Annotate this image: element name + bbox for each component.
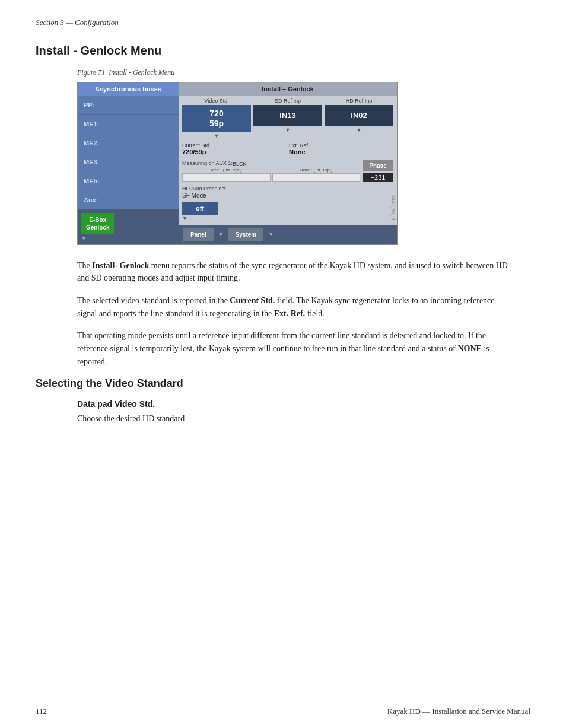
bus-row-meh: MEh: xyxy=(78,171,179,190)
video-std-cell: Video Std. 72059p ▼ xyxy=(182,98,251,139)
nav-arrow-1: ▼ xyxy=(81,236,87,241)
breadcrumb: Section 3 — Configuration xyxy=(36,18,530,27)
async-buses-header: Asynchronous buses xyxy=(78,82,179,96)
hd-ref-inp-cell: HD Ref Inp IN02 ▼ xyxy=(325,98,393,139)
current-std-cell: Current Std. 720/59p xyxy=(182,142,287,155)
bus-label-meh: MEh: xyxy=(84,177,100,185)
bus-label-me3: ME3: xyxy=(84,158,99,166)
page-number: 112 xyxy=(36,707,47,716)
paragraph-3: That operating mode persists until a ref… xyxy=(77,329,513,368)
data-pad-heading: Data pad Video Std. xyxy=(77,399,530,409)
phase-button[interactable]: Phase xyxy=(363,160,393,171)
measuring-header: Measuring on AUX 1: xyxy=(182,160,233,166)
figure-caption: Figure 71. Install - Genlock Menu xyxy=(77,68,530,77)
install-genlock-header: Install – Genlock xyxy=(179,82,397,96)
bus-row-me1: ME1: xyxy=(78,115,179,133)
video-std-pad[interactable]: 72059p xyxy=(182,105,251,132)
off-arrow: ▼ xyxy=(182,215,187,221)
main-heading: Install - Genlock Menu xyxy=(36,44,530,58)
watermark: 8448_50_r1 xyxy=(390,195,396,221)
data-pad-description: Choose the desired HD standard xyxy=(77,412,513,425)
paragraph-2: The selected video standard is reported … xyxy=(77,294,513,320)
hd-ref-arrow: ▼ xyxy=(357,127,362,133)
phase-area: Phase −231 xyxy=(363,160,393,182)
off-button[interactable]: off xyxy=(182,202,218,215)
paragraph-1: The Install- Genlock menu reports the st… xyxy=(77,259,513,285)
ui-screenshot: Asynchronous buses PP: ME1: ME2: ME3: ME… xyxy=(77,82,398,245)
ext-ref-cell: Ext. Ref. None xyxy=(289,142,393,155)
bus-row-me3: ME3: xyxy=(78,152,179,171)
ref-row: Video Std. 72059p ▼ SD Ref Inp IN13 ▼ HD… xyxy=(179,96,397,140)
hd-ref-label: HD Ref Inp xyxy=(346,98,373,104)
current-std-value: 720/59p xyxy=(182,148,287,155)
sf-mode-label: SF Mode xyxy=(182,192,393,199)
book-title: Kayak HD — Installation and Service Manu… xyxy=(387,707,530,716)
status-row: Current Std. 720/59p Ext. Ref. None xyxy=(179,140,397,158)
horz-sub: Horz.: (Int. Inp.) xyxy=(272,167,361,182)
ext-ref-value: None xyxy=(289,148,393,155)
hd-auto-row: HD Auto Preselect SF Mode off ▼ xyxy=(179,183,397,225)
vert-input-bar xyxy=(182,173,271,182)
sd-ref-inp-cell: SD Ref Inp IN13 ▼ xyxy=(253,98,322,139)
sd-ref-arrow: ▼ xyxy=(285,127,291,133)
current-std-label: Current Std. xyxy=(182,142,287,148)
hd-auto-label: HD Auto Preselect xyxy=(182,186,393,192)
nav-arrow-panel: ▼ xyxy=(218,231,224,237)
horz-input-bar xyxy=(272,173,361,182)
hd-ref-pad[interactable]: IN02 xyxy=(325,105,393,126)
nav-system-button[interactable]: System xyxy=(228,228,264,241)
horz-label: Horz.: (Int. Inp.) xyxy=(272,167,361,173)
page-footer: 112 Kayak HD — Installation and Service … xyxy=(36,707,530,716)
bus-label-pp: PP: xyxy=(84,101,94,109)
right-panel: Install – Genlock Video Std. 72059p ▼ SD… xyxy=(179,82,397,244)
vert-sub: Vert.: (Int. Inp.) xyxy=(182,167,271,182)
bus-label-aux: Aux: xyxy=(84,196,98,204)
sd-ref-pad[interactable]: IN13 xyxy=(253,105,322,126)
bus-row-aux: Aux: xyxy=(78,190,179,209)
bus-row-me2: ME2: xyxy=(78,133,179,152)
bus-row-pp: PP: xyxy=(78,96,179,115)
nav-panel-button[interactable]: Panel xyxy=(183,228,214,241)
blck-label: BLCK xyxy=(233,161,247,167)
sd-ref-label: SD Ref Inp xyxy=(275,98,301,104)
vert-label: Vert.: (Int. Inp.) xyxy=(182,167,271,173)
video-std-arrow: ▼ xyxy=(214,133,220,139)
measuring-row: Measuring on AUX 1: BLCK Vert.: (Int. In… xyxy=(179,158,397,183)
measuring-left: Measuring on AUX 1: BLCK Vert.: (Int. In… xyxy=(182,160,360,182)
measuring-inputs: Vert.: (Int. Inp.) Horz.: (Int. Inp.) xyxy=(182,167,360,182)
bus-label-me1: ME1: xyxy=(84,120,99,128)
nav-ebox-genlock-button[interactable]: E-Box Genlock xyxy=(81,213,114,234)
sub-section-heading: Selecting the Video Standard xyxy=(36,377,530,390)
off-container: off ▼ xyxy=(182,201,393,224)
ext-ref-label: Ext. Ref. xyxy=(289,142,393,148)
phase-value: −231 xyxy=(363,173,393,182)
left-panel: Asynchronous buses PP: ME1: ME2: ME3: ME… xyxy=(78,82,179,244)
measuring-top: Measuring on AUX 1: BLCK xyxy=(182,160,360,167)
bus-label-me2: ME2: xyxy=(84,139,99,147)
video-std-label: Video Std. xyxy=(204,98,228,104)
nav-arrow-system: ▼ xyxy=(268,231,274,237)
